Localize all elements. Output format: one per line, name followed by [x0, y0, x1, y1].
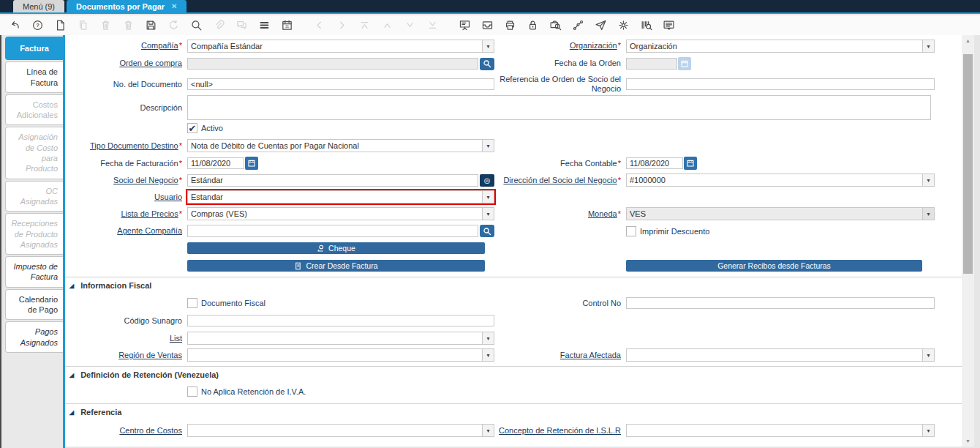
chevron-down-icon[interactable]: ▾: [482, 332, 494, 344]
descripcion-textarea[interactable]: [187, 95, 931, 120]
nav-first-icon: [355, 18, 374, 33]
sidebar-tab-pagos-asignados[interactable]: Pagos Asignados: [5, 321, 63, 353]
no-documento-field[interactable]: <null>: [187, 78, 494, 90]
cheque-button[interactable]: Cheque: [187, 242, 485, 254]
generar-recibos-button[interactable]: Generar Recibos desde Facturas: [626, 260, 922, 272]
moneda-select: VES ▾: [626, 207, 935, 220]
list-select[interactable]: ▾: [187, 332, 494, 345]
help-window-icon[interactable]: [660, 18, 678, 33]
fecha-orden-label: Fecha de la Orden: [554, 59, 621, 67]
organizacion-select[interactable]: Organización ▾: [626, 40, 935, 53]
scrollbar-thumb[interactable]: [963, 54, 973, 274]
product-info-icon[interactable]: [637, 18, 655, 33]
vertical-scrollbar[interactable]: ▲ ▼: [962, 35, 974, 447]
section-divider: [65, 277, 962, 277]
chevron-down-icon[interactable]: ▾: [922, 40, 934, 52]
concepto-islr-label: Concepto de Retención de I.S.L.R: [499, 426, 621, 435]
sidebar-tab-factura[interactable]: Factura: [5, 37, 63, 60]
chevron-down-icon[interactable]: ▾: [482, 349, 494, 361]
report-icon[interactable]: [456, 18, 474, 33]
zoom-across-icon[interactable]: [546, 18, 565, 33]
row-fechas: Fecha de Facturación* 11/08/2020 Fecha C…: [65, 157, 962, 170]
grid-toggle-icon[interactable]: [255, 18, 274, 33]
scroll-down-icon[interactable]: ▼: [962, 436, 974, 446]
fecha-facturacion-field[interactable]: 11/08/2020: [187, 157, 244, 169]
codigo-sunagro-field[interactable]: [187, 315, 494, 326]
help-icon[interactable]: ?: [29, 18, 47, 33]
fecha-orden-calendar-icon: [678, 57, 691, 70]
compania-select[interactable]: Compañía Estándar ▾: [187, 40, 494, 53]
centro-costos-value: [188, 425, 482, 436]
chevron-down-icon[interactable]: ▾: [482, 191, 494, 203]
print-icon[interactable]: [501, 18, 519, 33]
tab-menu-label: Menú (9): [23, 2, 55, 11]
scroll-up-icon[interactable]: ▲: [962, 36, 974, 45]
lista-precios-select[interactable]: Compras (VES) ▾: [187, 207, 494, 220]
chevron-down-icon[interactable]: ▾: [922, 425, 934, 436]
centro-costos-select[interactable]: ▾: [187, 424, 494, 437]
fecha-facturacion-label: Fecha de Facturación: [100, 159, 178, 168]
orden-compra-field: [187, 58, 478, 70]
required-marker: *: [179, 209, 182, 218]
list-value: [188, 332, 482, 344]
orden-compra-lookup-button[interactable]: [480, 58, 494, 70]
concepto-islr-select[interactable]: ▾: [626, 424, 935, 437]
no-aplica-iva-checkbox[interactable]: [187, 387, 197, 397]
socio-negocio-field[interactable]: Estándar: [187, 174, 478, 187]
chevron-down-icon[interactable]: ▾: [482, 208, 494, 220]
chat-icon: [233, 18, 251, 33]
sidebar-tab-linea-de-factura[interactable]: Línea de Factura: [5, 61, 63, 93]
socio-negocio-info-icon[interactable]: ◎: [480, 174, 494, 187]
imprimir-descuento-checkbox[interactable]: [626, 226, 636, 236]
usuario-select[interactable]: Estandar ▾: [187, 190, 494, 204]
collapse-icon[interactable]: ◢: [69, 283, 74, 289]
documento-fiscal-label: Documento Fiscal: [201, 299, 265, 307]
chevron-down-icon[interactable]: ▾: [482, 40, 494, 52]
archive-icon[interactable]: [478, 18, 497, 33]
region-ventas-select[interactable]: ▾: [187, 348, 494, 362]
close-tab-icon[interactable]: ✕: [171, 2, 177, 10]
send-icon[interactable]: [592, 18, 610, 33]
chevron-down-icon[interactable]: ▾: [922, 174, 934, 186]
save-icon[interactable]: [142, 18, 160, 33]
lock-icon[interactable]: [524, 18, 542, 33]
referencia-orden-field[interactable]: [626, 78, 935, 90]
required-marker: *: [618, 176, 621, 184]
control-no-field[interactable]: [626, 297, 935, 309]
required-marker: *: [179, 41, 182, 50]
workflow-icon[interactable]: [569, 18, 587, 33]
chevron-down-icon[interactable]: ▾: [482, 425, 494, 436]
preferences-icon[interactable]: [614, 18, 633, 33]
crear-desde-factura-button[interactable]: Crear Desde Factura: [187, 260, 485, 272]
collapse-icon[interactable]: ◢: [69, 409, 74, 416]
sidebar-tab-impuesto-de-factura[interactable]: Impuesto de Factura: [5, 256, 63, 288]
fecha-contable-calendar-icon[interactable]: [684, 157, 697, 170]
required-marker: *: [179, 159, 182, 168]
row-compania-organizacion: Compañía* Compañía Estándar ▾ Organizaci…: [65, 40, 962, 53]
sidebar-tab-calendario-de-pago[interactable]: Calendario de Pago: [5, 289, 63, 321]
tab-documentos-por-pagar[interactable]: Documentos por Pagar ✕: [67, 0, 186, 12]
activo-checkbox[interactable]: ✔: [187, 123, 197, 133]
factura-afectada-select[interactable]: ▾: [626, 348, 935, 362]
tab-documentos-label: Documentos por Pagar: [76, 2, 165, 11]
concepto-islr-value: [627, 425, 922, 436]
tipo-doc-select[interactable]: Nota de Débito de Cuentas por Pagar Naci…: [187, 139, 494, 152]
agente-field[interactable]: [187, 225, 478, 237]
agente-lookup-button[interactable]: [480, 225, 494, 237]
svg-text:31: 31: [285, 25, 290, 29]
row-activo: ✔ Activo: [65, 123, 962, 133]
documento-fiscal-checkbox[interactable]: [187, 298, 197, 308]
fecha-contable-field[interactable]: 11/08/2020: [626, 157, 683, 169]
tab-menu[interactable]: Menú (9): [13, 0, 64, 12]
attachment-icon: [210, 18, 228, 33]
direccion-socio-select[interactable]: #1000000 ▾: [626, 173, 935, 187]
fecha-facturacion-calendar-icon[interactable]: [245, 157, 258, 170]
undo-icon[interactable]: [6, 18, 24, 33]
find-icon[interactable]: [187, 18, 206, 33]
collapse-icon[interactable]: ◢: [69, 372, 74, 378]
chevron-down-icon[interactable]: ▾: [922, 349, 934, 361]
calendar-icon[interactable]: 31: [278, 18, 296, 33]
new-record-icon[interactable]: [51, 18, 69, 33]
chevron-down-icon[interactable]: ▾: [482, 140, 494, 152]
required-marker: *: [179, 141, 182, 150]
